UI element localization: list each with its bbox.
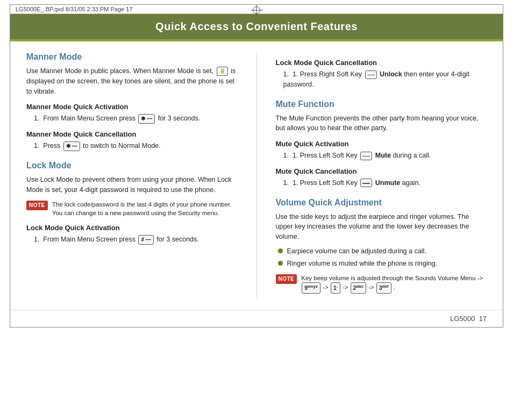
lock-mode-section: Lock Mode Use Lock Mode to prevent other… — [26, 161, 238, 245]
vibrate-icon: 🔋 — [217, 67, 228, 76]
mute-function-section: Mute Function The Mute Function prevents… — [276, 99, 487, 188]
unmute-label: Unmute — [375, 179, 401, 187]
mute-label: Mute — [375, 152, 391, 159]
volume-note-box: NOTE Key beep volume is adjusted through… — [276, 274, 487, 293]
page-container: LG5000E_.BP.qxd 8/31/05 2:33 PM Page 17 … — [10, 4, 503, 328]
unmute-step-prefix: 1. Press Left Soft Key — [293, 179, 358, 187]
content-area: Manner Mode Use Manner Mode in public pl… — [10, 41, 503, 310]
page-title: Quick Access to Convenient Features — [10, 14, 503, 39]
lock-note-box: NOTE The lock code/password is the last … — [26, 200, 238, 217]
manner-mode-section: Manner Mode Use Manner Mode in public pl… — [26, 52, 238, 151]
mute-cancel-step: 1. 1. Press Left Soft Key Unmute again. — [283, 178, 487, 188]
volume-bullet-list: Earpiece volume can be adjusted during a… — [278, 246, 487, 269]
hash-key-icon: # — — [138, 235, 153, 245]
manner-cancel-step: 1. Press ✱ — to switch to Normal Mode. — [34, 141, 238, 151]
lock-mode-title: Lock Mode — [26, 161, 238, 170]
manner-mode-body: Use Manner Mode in public places. When M… — [26, 66, 238, 96]
lock-cancel-step: 1. 1. Press Right Soft Key Unlock then e… — [283, 69, 487, 90]
key-1-icon: 1. — [331, 282, 340, 293]
key-3-icon: 3def — [376, 282, 391, 293]
mute-activation-step: 1. 1. Press Left Soft Key Mute during a … — [283, 151, 487, 161]
volume-title: Volume Quick Adjustment — [276, 198, 487, 208]
right-soft-key-icon — [365, 70, 377, 79]
lock-cancellation-section: Lock Mode Quick Cancellation 1. 1. Press… — [276, 59, 487, 90]
mute-step-prefix: 1. Press Left Soft Key — [293, 152, 358, 159]
key-9-icon: 9wxyz — [302, 282, 320, 293]
footer-page-number: 17 — [479, 315, 487, 323]
volume-note-text: Key beep volume is adjusted through the … — [301, 274, 487, 293]
header-text: LG5000E_.BP.qxd 8/31/05 2:33 PM Page 17 — [16, 6, 133, 12]
volume-note-label: NOTE — [276, 274, 297, 284]
mute-activation-subtitle: Mute Quick Activation — [276, 140, 487, 148]
lock-activation-step: 1. From Main Menu Screen press # — for 3… — [34, 234, 238, 245]
page-footer: LG5000 17 — [10, 310, 503, 327]
manner-activation-subtitle: Manner Mode Quick Activation — [26, 103, 238, 111]
bullet-earpiece-text: Earpiece volume can be adjusted during a… — [287, 246, 426, 257]
header-bar: LG5000E_.BP.qxd 8/31/05 2:33 PM Page 17 — [10, 5, 503, 14]
bullet-item-earpiece: Earpiece volume can be adjusted during a… — [278, 246, 487, 257]
bullet-item-ringer: Ringer volume is muted while the phone i… — [278, 259, 487, 269]
lock-cancel-step-prefix: 1. Press Right Soft Key — [293, 70, 362, 78]
lock-note-text: The lock code/password is the last 4 dig… — [52, 200, 238, 217]
left-column: Manner Mode Use Manner Mode in public pl… — [26, 52, 238, 299]
mute-cancel-subtitle: Mute Quick Cancellation — [276, 167, 487, 175]
star-key-icon: ✱ — — [138, 114, 155, 124]
bullet-dot-1 — [278, 248, 283, 253]
manner-activation-step: 1. From Main Menu Screen press ✱ — for 3… — [34, 113, 238, 124]
right-column: Lock Mode Quick Cancellation 1. 1. Press… — [276, 52, 487, 299]
mute-step-suffix: during a call. — [393, 152, 431, 159]
column-divider — [256, 52, 257, 299]
left-soft-key-mute-icon — [360, 152, 372, 160]
key-2-icon: 2abc — [351, 282, 366, 293]
star-key-cancel-icon: ✱ — — [63, 141, 80, 151]
left-soft-key-unmute-icon — [360, 179, 372, 187]
mute-title: Mute Function — [276, 99, 487, 109]
volume-section: Volume Quick Adjustment Use the side key… — [276, 198, 487, 294]
note-label: NOTE — [26, 201, 48, 210]
lock-mode-body: Use Lock Mode to prevent others from usi… — [26, 175, 238, 195]
manner-cancel-subtitle: Manner Mode Quick Cancellation — [26, 130, 238, 138]
lock-cancel-unlock-label: Unlock — [380, 70, 402, 78]
bullet-ringer-text: Ringer volume is muted while the phone i… — [287, 259, 437, 269]
bullet-dot-2 — [278, 261, 283, 266]
crop-mark-top — [253, 6, 260, 14]
volume-body: Use the side keys to adjust the earpiece… — [276, 212, 487, 242]
mute-body: The Mute Function prevents the other par… — [276, 113, 487, 134]
footer-brand: LG5000 — [450, 315, 475, 323]
manner-mode-title: Manner Mode — [26, 52, 238, 62]
lock-cancel-subtitle: Lock Mode Quick Cancellation — [276, 59, 487, 67]
unmute-step-suffix: again. — [402, 179, 421, 187]
lock-activation-subtitle: Lock Mode Quick Activation — [26, 224, 238, 232]
title-text: Quick Access to Convenient Features — [155, 20, 358, 32]
